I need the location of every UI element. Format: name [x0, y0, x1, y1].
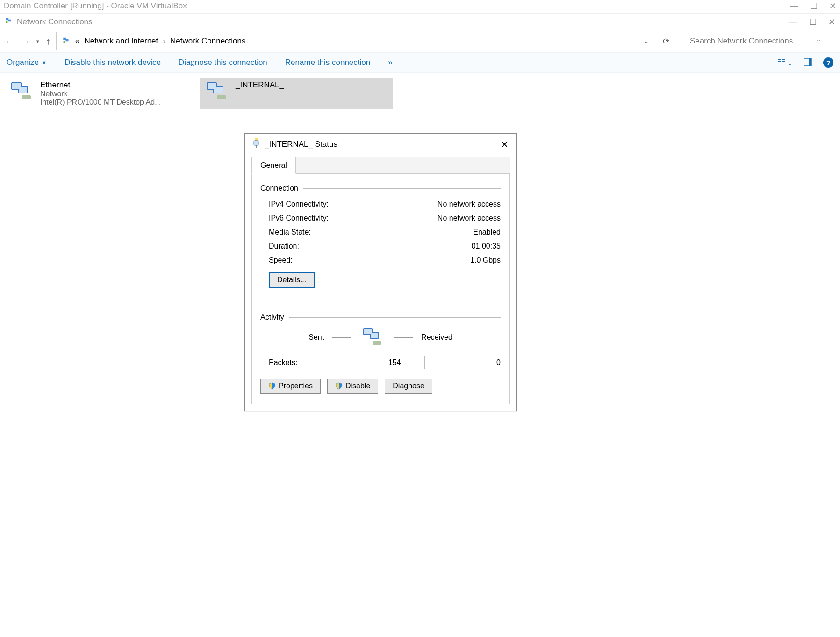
virtualbox-titlebar: Domain Controller [Running] - Oracle VM … [0, 0, 840, 14]
svg-rect-10 [782, 61, 785, 62]
nav-bar: ← → ▾ ↑ « Network and Internet › Network… [0, 30, 840, 52]
breadcrumb-overflow-icon[interactable]: « [75, 36, 79, 46]
help-icon[interactable]: ? [823, 57, 833, 68]
refresh-icon[interactable]: ⟳ [655, 36, 677, 46]
forward-icon[interactable]: → [21, 36, 30, 47]
window-titlebar: Network Connections — ☐ ✕ [0, 14, 840, 30]
svg-rect-7 [778, 61, 781, 62]
svg-rect-0 [6, 18, 8, 21]
connection-adapter: Intel(R) PRO/1000 MT Desktop Ad... [40, 98, 161, 107]
disable-device-button[interactable]: Disable this network device [65, 58, 161, 67]
svg-rect-8 [778, 64, 781, 64]
network-adapter-icon [203, 80, 231, 101]
chevron-down-icon: ▼ [42, 60, 47, 65]
back-icon[interactable]: ← [5, 36, 14, 47]
vb-maximize-icon[interactable]: ☐ [810, 1, 818, 11]
up-icon[interactable]: ↑ [46, 36, 50, 47]
vb-close-icon[interactable]: ✕ [829, 1, 836, 11]
breadcrumb-icon [62, 36, 71, 47]
nav-arrows: ← → ▾ ↑ [5, 36, 50, 47]
connection-item-ethernet[interactable]: Ethernet Network Intel(R) PRO/1000 MT De… [5, 78, 197, 109]
connection-status: Network [40, 90, 161, 98]
search-icon[interactable]: ⌕ [816, 36, 821, 46]
connection-name: _INTERNAL_ [236, 80, 284, 90]
search-input[interactable] [689, 36, 812, 46]
breadcrumb[interactable]: « Network and Internet › Network Connect… [57, 36, 638, 47]
toolbar-overflow-icon[interactable]: » [388, 58, 392, 67]
preview-pane-icon[interactable] [804, 58, 812, 68]
breadcrumb-separator-icon: › [163, 36, 165, 46]
view-options-icon[interactable]: ▼ [777, 58, 792, 68]
rename-connection-button[interactable]: Rename this connection [285, 58, 370, 67]
virtualbox-title: Domain Controller [Running] - Oracle VM … [4, 1, 187, 11]
svg-point-2 [6, 21, 8, 24]
connection-item-internal[interactable]: _INTERNAL_ [200, 78, 393, 109]
address-bar[interactable]: « Network and Internet › Network Connect… [56, 32, 677, 50]
breadcrumb-level2[interactable]: Network Connections [170, 36, 246, 46]
svg-rect-18 [22, 95, 31, 99]
close-icon[interactable]: ✕ [828, 17, 835, 27]
toolbar: Organize ▼ Disable this network device D… [0, 52, 840, 73]
connections-list: Ethernet Network Intel(R) PRO/1000 MT De… [0, 73, 840, 114]
svg-rect-22 [214, 87, 223, 93]
address-dropdown-icon[interactable]: ⌄ [638, 37, 655, 45]
network-adapter-icon [7, 80, 36, 101]
svg-rect-1 [8, 20, 11, 22]
svg-rect-6 [778, 59, 781, 60]
svg-rect-13 [809, 58, 811, 66]
svg-rect-17 [19, 87, 27, 93]
network-connections-window: Network Connections — ☐ ✕ ← → ▾ ↑ « Netw… [0, 14, 840, 114]
maximize-icon[interactable]: ☐ [809, 17, 817, 27]
chevron-down-icon: ▼ [788, 62, 792, 67]
diagnose-connection-button[interactable]: Diagnose this connection [179, 58, 267, 67]
organize-menu[interactable]: Organize ▼ [7, 58, 47, 67]
connection-name: Ethernet [40, 80, 161, 90]
breadcrumb-level1[interactable]: Network and Internet [84, 36, 158, 46]
window-title: Network Connections [17, 17, 93, 27]
network-connections-icon [5, 16, 13, 27]
vb-minimize-icon[interactable]: — [790, 1, 798, 11]
svg-point-5 [63, 41, 65, 43]
svg-rect-3 [63, 37, 66, 40]
search-box[interactable]: ⌕ [683, 32, 835, 50]
svg-rect-23 [217, 95, 226, 99]
minimize-icon[interactable]: — [789, 17, 797, 27]
svg-rect-11 [782, 64, 785, 64]
svg-rect-9 [782, 59, 785, 60]
recent-dropdown-icon[interactable]: ▾ [36, 38, 39, 44]
svg-rect-4 [66, 39, 69, 41]
